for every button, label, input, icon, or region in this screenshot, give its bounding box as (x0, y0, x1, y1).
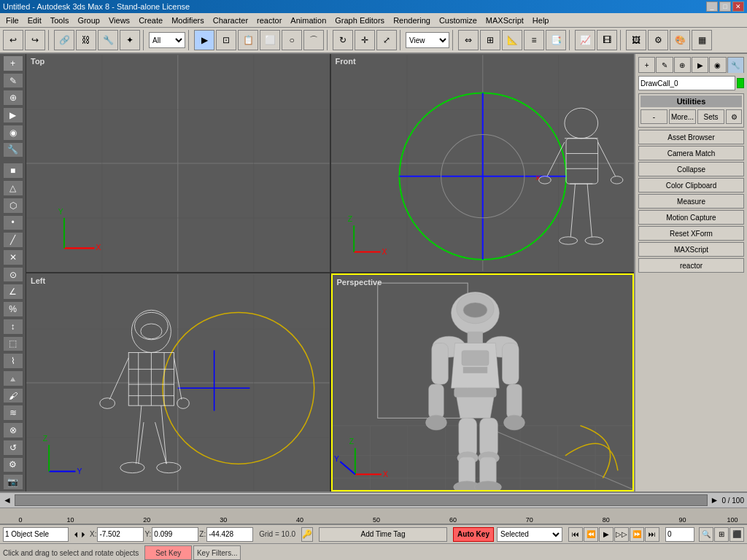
lasso-tool-btn[interactable]: ⟁ (3, 370, 23, 386)
maxscript-button[interactable]: MAXScript (638, 242, 744, 257)
render-setup-button[interactable]: ⚙ (648, 30, 668, 50)
menu-reactor[interactable]: reactor (252, 15, 286, 26)
create-tab[interactable]: + (638, 57, 655, 73)
menu-graph-editors[interactable]: Graph Editors (330, 15, 389, 26)
measure-button[interactable]: Measure (638, 194, 744, 209)
sub-object-btn[interactable]: △ (3, 180, 23, 196)
minus-button[interactable]: - (640, 109, 667, 124)
goto-end-btn[interactable]: ⏭ (645, 527, 659, 542)
select-by-name-button[interactable]: 📋 (238, 30, 258, 50)
motion-capture-button[interactable]: Motion Capture (638, 210, 744, 225)
angsnap-btn[interactable]: ∠ (3, 284, 23, 300)
rotate-obj-btn[interactable]: ↺ (3, 440, 23, 456)
curve-editor-button[interactable]: 📈 (575, 30, 595, 50)
spinner-btn[interactable]: ↕ (3, 319, 23, 335)
zoom-btn[interactable]: 🔍 (699, 527, 713, 542)
play-anim-btn[interactable]: ▷▷ (614, 527, 629, 542)
array-button[interactable]: ⊞ (480, 30, 500, 50)
menu-tools[interactable]: Tools (46, 15, 74, 26)
rotate-button[interactable]: ↻ (333, 30, 353, 50)
dope-sheet-button[interactable]: 🎞 (597, 30, 617, 50)
cross-btn[interactable]: ✕ (3, 249, 23, 265)
prev-frame-btn[interactable]: ⏪ (584, 527, 598, 542)
play-btn[interactable]: ▶ (599, 527, 614, 542)
frame-input[interactable] (665, 527, 694, 542)
minimize-button[interactable]: _ (706, 1, 718, 12)
timeline-track[interactable] (15, 494, 708, 506)
x-input[interactable] (97, 527, 144, 542)
motion-tab[interactable]: ▶ (692, 57, 708, 73)
color-clipboard-button[interactable]: Color Clipboard (638, 178, 744, 192)
menu-file[interactable]: File (1, 15, 23, 26)
menu-rendering[interactable]: Rendering (389, 15, 435, 26)
key-filters-button[interactable]: Key Filters... (193, 545, 241, 560)
sets-button[interactable]: Sets (697, 109, 724, 124)
render-frame-button[interactable]: ▦ (692, 30, 712, 50)
magnet-btn[interactable]: ⊗ (3, 422, 23, 438)
line-btn[interactable]: ╱ (3, 232, 23, 248)
material-button[interactable]: 🎨 (670, 30, 690, 50)
viewport-perspective[interactable]: Perspective (331, 273, 635, 491)
menu-group[interactable]: Group (73, 15, 104, 26)
select-button[interactable]: ▶ (194, 30, 214, 50)
move-button[interactable]: ✛ (355, 30, 375, 50)
viewport-front[interactable]: Front x (331, 54, 635, 272)
layer-button[interactable]: 📑 (546, 30, 566, 50)
select-region-button[interactable]: ⊡ (216, 30, 236, 50)
point-btn[interactable]: • (3, 215, 23, 231)
menu-edit[interactable]: Edit (23, 15, 46, 26)
viewport-top[interactable]: Top X Y (26, 54, 330, 272)
modify-tab[interactable]: ✎ (656, 57, 673, 73)
undo-button[interactable]: ↩ (3, 30, 23, 50)
set-key-button[interactable]: Set Key (144, 545, 192, 560)
redo-button[interactable]: ↪ (25, 30, 45, 50)
scale-button[interactable]: ⤢ (376, 30, 397, 50)
menu-help[interactable]: Help (528, 15, 554, 26)
camera-match-button[interactable]: Camera Match (638, 146, 744, 160)
paint-sel-btn[interactable]: 🖌 (3, 388, 23, 404)
render-button[interactable]: 🖼 (626, 30, 646, 50)
motion-tool[interactable]: ▶ (3, 107, 23, 123)
toggle-btn[interactable]: ⬡ (3, 198, 23, 214)
utilities-tab[interactable]: 🔧 (727, 57, 744, 73)
mirror-button[interactable]: ⇔ (458, 30, 479, 50)
key-icon[interactable]: 🔑 (301, 527, 313, 542)
snap-button[interactable]: 📐 (502, 30, 522, 50)
select-rect-button[interactable]: ⬜ (260, 30, 280, 50)
viewport-left[interactable]: Left (26, 273, 330, 491)
utilities-tool[interactable]: 🔧 (3, 142, 23, 158)
y-input[interactable] (152, 527, 198, 542)
selected-dropdown[interactable]: Selected (497, 527, 562, 542)
timeline-right-arrow[interactable]: ► (711, 495, 719, 505)
select-circle-button[interactable]: ○ (282, 30, 302, 50)
bind-button[interactable]: 🔧 (98, 30, 118, 50)
display-tool[interactable]: ◉ (3, 125, 23, 141)
persnap-btn[interactable]: % (3, 301, 23, 317)
reset-xform-button[interactable]: Reset XForm (638, 226, 744, 241)
reactor-button[interactable]: reactor (638, 258, 744, 273)
display-tab[interactable]: ◉ (709, 57, 726, 73)
close-button[interactable]: ✕ (732, 1, 744, 12)
menu-create[interactable]: Create (134, 15, 167, 26)
goto-start-btn[interactable]: ⏮ (568, 527, 583, 542)
collapse-button[interactable]: Collapse (638, 162, 744, 176)
menu-animation[interactable]: Animation (286, 15, 330, 26)
camera-btn[interactable]: 📷 (3, 474, 23, 490)
selection-filter[interactable]: All (149, 32, 185, 48)
zoom-all-btn[interactable]: ⊞ (714, 527, 729, 542)
snap3d-btn[interactable]: ⊙ (3, 267, 23, 283)
max-vp-btn[interactable]: ⬛ (729, 527, 744, 542)
menu-maxscript[interactable]: MAXScript (481, 15, 528, 26)
auto-key-button[interactable]: Auto Key (453, 527, 494, 542)
timeline-left-arrow[interactable]: ◄ (3, 495, 12, 505)
obj-properties-btn[interactable]: ■ (3, 163, 23, 179)
next-frame-btn[interactable]: ⏩ (630, 527, 644, 542)
waves-btn[interactable]: ≋ (3, 405, 23, 421)
object-count-display[interactable] (3, 527, 69, 542)
menu-modifiers[interactable]: Modifiers (167, 15, 209, 26)
z-input[interactable] (206, 527, 253, 542)
align-button[interactable]: ≡ (524, 30, 544, 50)
fence-btn[interactable]: ⌇ (3, 353, 23, 369)
reference-dropdown[interactable]: View (406, 32, 449, 48)
link-button[interactable]: 🔗 (54, 30, 74, 50)
